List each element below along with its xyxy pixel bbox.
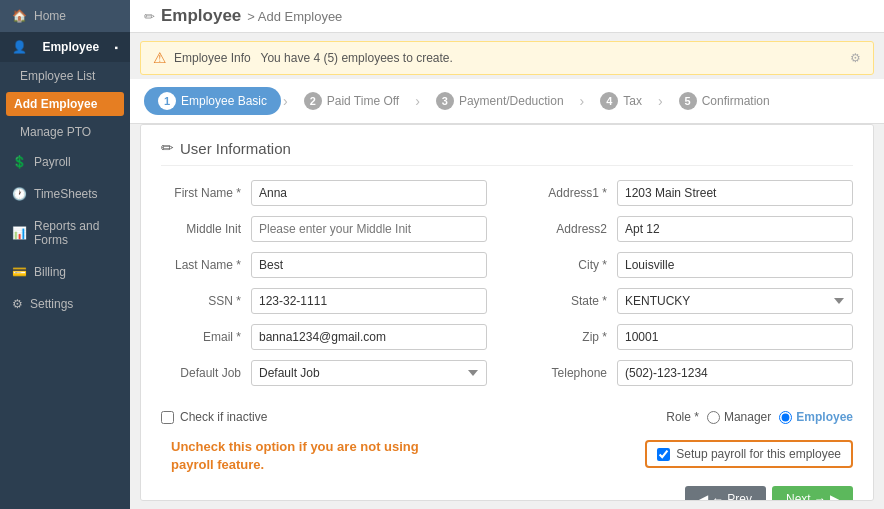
warning-icon: ⚠ [153,49,166,67]
last-name-input[interactable] [251,252,487,278]
form-area: ✏ User Information First Name * Middle I… [140,124,874,501]
sidebar-item-employee-list[interactable]: Employee List [0,62,130,90]
state-label: State * [527,294,617,308]
address1-label: Address1 * [527,186,617,200]
sidebar-item-add-employee[interactable]: Add Employee [6,92,124,116]
default-job-select[interactable]: Default Job [251,360,487,386]
step-arrow-4: › [658,93,663,109]
role-employee-text: Employee [796,410,853,424]
form-row-city: City * [527,252,853,278]
info-bar: ⚠ Employee Info You have 4 (5) employees… [140,41,874,75]
role-manager-label: Manager [707,410,771,424]
sidebar-item-timesheets[interactable]: 🕐 TimeSheets [0,178,130,210]
pencil-icon: ✏ [161,139,174,157]
city-input[interactable] [617,252,853,278]
zip-input[interactable] [617,324,853,350]
info-close-icon[interactable]: ⚙ [850,51,861,65]
step-4-num: 4 [600,92,618,110]
sidebar-item-billing[interactable]: 💳 Billing [0,256,130,288]
telephone-input[interactable] [617,360,853,386]
annotation-text: Uncheck this option if you are not using… [171,438,419,474]
city-label: City * [527,258,617,272]
sidebar-item-manage-pto[interactable]: Manage PTO [0,118,130,146]
payroll-label: Payroll [34,155,71,169]
breadcrumb: > Add Employee [247,9,342,24]
default-job-label: Default Job [161,366,251,380]
form-row-address1: Address1 * [527,180,853,206]
user-info-form: First Name * Middle Init Last Name * SSN… [161,180,853,396]
telephone-label: Telephone [527,366,617,380]
sidebar: 🏠 Home 👤 Employee ▪ Employee List Add Em… [0,0,130,509]
step-confirmation[interactable]: 5 Confirmation [665,87,784,115]
form-row-first-name: First Name * [161,180,487,206]
step-payment-deduction[interactable]: 3 Payment/Deduction [422,87,578,115]
sidebar-item-settings[interactable]: ⚙ Settings [0,288,130,320]
step-arrow-3: › [580,93,585,109]
form-row-zip: Zip * [527,324,853,350]
role-row: Role * Manager Employee [666,410,853,424]
settings-label: Settings [30,297,73,311]
step-arrow-1: › [283,93,288,109]
bottom-left: Check if inactive Uncheck this option if… [161,410,419,474]
sidebar-section-employee[interactable]: 👤 Employee ▪ [0,32,130,62]
role-employee-label: Employee [779,410,853,424]
form-row-default-job: Default Job Default Job [161,360,487,386]
step-paid-time-off[interactable]: 2 Paid Time Off [290,87,413,115]
next-button[interactable]: Next → ▶ [772,486,853,501]
reports-label: Reports and Forms [34,219,118,247]
zip-label: Zip * [527,330,617,344]
first-name-label: First Name * [161,186,251,200]
payroll-icon: 💲 [12,155,27,169]
page-icon: ✏ [144,9,155,24]
info-text: Employee Info You have 4 (5) employees t… [174,51,453,65]
email-label: Email * [161,330,251,344]
home-label: Home [34,9,66,23]
form-row-last-name: Last Name * [161,252,487,278]
role-manager-radio[interactable] [707,411,720,424]
role-manager-text: Manager [724,410,771,424]
settings-icon: ⚙ [12,297,23,311]
employee-icon: 👤 [12,40,27,54]
step-4-label: Tax [623,94,642,108]
form-row-ssn: SSN * [161,288,487,314]
first-name-input[interactable] [251,180,487,206]
next-arrow-icon: ▶ [830,492,839,501]
address2-input[interactable] [617,216,853,242]
form-row-email: Email * [161,324,487,350]
form-right-column: Address1 * Address2 City * State * KENTU… [527,180,853,396]
topbar: ✏ Employee > Add Employee [130,0,884,33]
form-left-column: First Name * Middle Init Last Name * SSN… [161,180,487,396]
step-5-num: 5 [679,92,697,110]
step-5-label: Confirmation [702,94,770,108]
payroll-setup-checkbox[interactable] [657,448,670,461]
role-employee-radio[interactable] [779,411,792,424]
main-content: ✏ Employee > Add Employee ⚠ Employee Inf… [130,0,884,509]
step-2-num: 2 [304,92,322,110]
steps-bar: 1 Employee Basic › 2 Paid Time Off › 3 P… [130,79,884,124]
address2-label: Address2 [527,222,617,236]
payroll-setup-label: Setup payroll for this employee [676,447,841,461]
state-select[interactable]: KENTUCKY [617,288,853,314]
reports-icon: 📊 [12,226,27,240]
step-tax[interactable]: 4 Tax [586,87,656,115]
address1-input[interactable] [617,180,853,206]
billing-icon: 💳 [12,265,27,279]
form-row-telephone: Telephone [527,360,853,386]
step-employee-basic[interactable]: 1 Employee Basic [144,87,281,115]
payroll-setup-box: Setup payroll for this employee [645,440,853,468]
sidebar-item-payroll[interactable]: 💲 Payroll [0,146,130,178]
step-arrow-2: › [415,93,420,109]
check-inactive-checkbox[interactable] [161,411,174,424]
step-3-num: 3 [436,92,454,110]
middle-init-input[interactable] [251,216,487,242]
form-row-address2: Address2 [527,216,853,242]
sidebar-item-home[interactable]: 🏠 Home [0,0,130,32]
form-row-state: State * KENTUCKY [527,288,853,314]
check-inactive-row: Check if inactive [161,410,419,424]
ssn-input[interactable] [251,288,487,314]
role-label: Role * [666,410,699,424]
sidebar-item-reports[interactable]: 📊 Reports and Forms [0,210,130,256]
email-input[interactable] [251,324,487,350]
home-icon: 🏠 [12,9,27,23]
prev-button[interactable]: ◀ ← Prev [685,486,766,501]
